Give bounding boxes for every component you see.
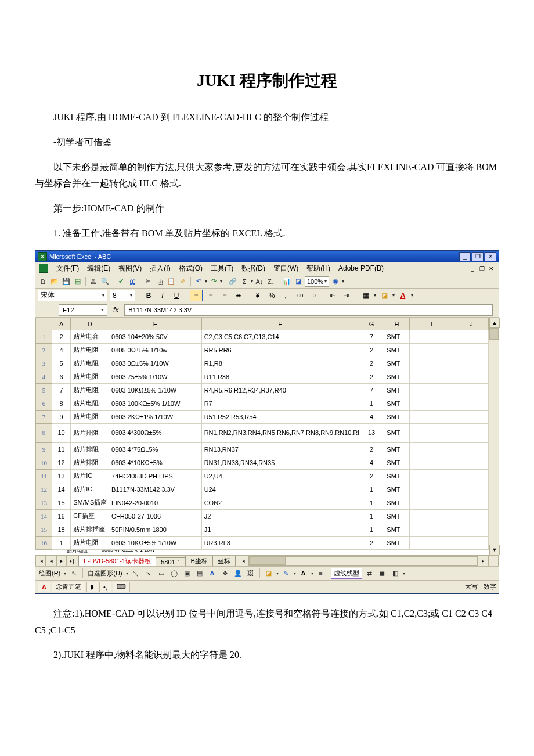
cell[interactable]: SMT: [384, 343, 410, 357]
decrease-indent-button[interactable]: ⇤: [327, 290, 338, 301]
oval-icon[interactable]: ◯: [169, 568, 179, 578]
select-objects-icon[interactable]: ↖: [68, 568, 79, 578]
cell[interactable]: [409, 383, 454, 397]
cell[interactable]: 0603 10KΩ±5% 1/10W: [109, 536, 202, 549]
cell[interactable]: 2: [359, 536, 384, 549]
cell[interactable]: SMT: [384, 397, 410, 410]
doc-minimize-button[interactable]: _: [468, 265, 477, 272]
cell[interactable]: [409, 370, 454, 383]
merge-center-button[interactable]: ⬌: [233, 290, 244, 301]
cell[interactable]: 0603 104±20% 50V: [109, 330, 202, 343]
copy-icon[interactable]: ⿻: [154, 276, 165, 287]
research-icon[interactable]: 🕮: [127, 276, 138, 287]
cell[interactable]: [454, 469, 488, 483]
row-header[interactable]: 14: [36, 509, 52, 523]
row-header[interactable]: 11: [36, 469, 52, 483]
cell[interactable]: J1: [201, 523, 359, 536]
cell[interactable]: [454, 370, 488, 383]
fill-color-button[interactable]: ◪: [378, 290, 390, 301]
scroll-right-icon[interactable]: ▸: [478, 556, 488, 566]
cell[interactable]: 1: [359, 523, 384, 536]
doc-restore-button[interactable]: ❐: [478, 265, 486, 272]
cell[interactable]: 13: [52, 469, 70, 483]
cell[interactable]: [454, 343, 488, 357]
cell[interactable]: 12: [52, 456, 70, 469]
borders-button[interactable]: ▦: [360, 290, 371, 301]
column-header[interactable]: I: [409, 318, 454, 330]
tab-last-icon[interactable]: ▸|: [67, 556, 77, 566]
sort-desc-icon[interactable]: Z↓: [266, 276, 276, 287]
percent-button[interactable]: %: [266, 290, 277, 301]
row-header[interactable]: 8: [36, 423, 52, 442]
cell[interactable]: SMT: [384, 509, 410, 523]
row-header[interactable]: 7: [36, 410, 52, 423]
decrease-decimal-button[interactable]: .0: [308, 290, 319, 301]
cell[interactable]: 贴片IC: [71, 469, 109, 483]
ime-half-full-icon[interactable]: ◗: [86, 582, 98, 592]
wordart-icon[interactable]: A: [207, 568, 218, 578]
cell[interactable]: 贴片电阻: [71, 410, 109, 423]
cell[interactable]: SMT: [384, 523, 410, 536]
line-style-icon[interactable]: ≡: [316, 568, 326, 578]
cell[interactable]: [409, 523, 454, 536]
cell[interactable]: [409, 483, 454, 496]
cell[interactable]: 2: [359, 442, 384, 456]
cell[interactable]: CON2: [201, 496, 359, 509]
cell[interactable]: [409, 357, 454, 370]
print-preview-icon[interactable]: 🔍: [100, 276, 110, 287]
cell[interactable]: CFH050-27-1006: [109, 509, 202, 523]
new-icon[interactable]: 🗋: [38, 276, 48, 287]
diagram-icon[interactable]: ❖: [220, 568, 230, 578]
line-color-icon[interactable]: ✎: [281, 568, 291, 578]
cell[interactable]: 1: [359, 509, 384, 523]
row-header[interactable]: 12: [36, 483, 52, 496]
cell[interactable]: 2: [359, 370, 384, 383]
cell[interactable]: 贴片排阻: [71, 442, 109, 456]
cell[interactable]: 贴片电容: [71, 330, 109, 343]
cell[interactable]: [454, 423, 488, 442]
formula-bar[interactable]: B1117N-33M142 3.3V: [124, 304, 493, 316]
cell[interactable]: [454, 383, 488, 397]
dash-style-palette[interactable]: 虚线线型: [331, 568, 362, 579]
row-header[interactable]: 16: [36, 536, 52, 549]
cell[interactable]: CF插座: [71, 509, 109, 523]
sort-asc-icon[interactable]: A↓: [254, 276, 265, 287]
cell[interactable]: SMT: [384, 330, 410, 343]
cell[interactable]: [454, 509, 488, 523]
column-header[interactable]: E: [109, 318, 202, 330]
cell[interactable]: RR5,RR6: [201, 343, 359, 357]
cell[interactable]: 74HC4053D PHILIPS: [109, 469, 202, 483]
sheet-tab[interactable]: 坐标: [212, 556, 236, 566]
column-header[interactable]: H: [384, 318, 410, 330]
cell[interactable]: [454, 410, 488, 423]
cut-icon[interactable]: ✂: [143, 276, 153, 287]
cell[interactable]: 0603 100KΩ±5% 1/10W: [109, 397, 202, 410]
cell[interactable]: 2: [359, 469, 384, 483]
cell[interactable]: SMT: [384, 357, 410, 370]
cell[interactable]: R7: [201, 397, 359, 410]
select-all-corner[interactable]: [36, 318, 52, 330]
chevron-down-icon[interactable]: ▾: [276, 571, 279, 576]
cell[interactable]: 贴片排阻: [71, 423, 109, 442]
cell[interactable]: [409, 330, 454, 343]
cell[interactable]: 2: [359, 343, 384, 357]
row-header[interactable]: 9: [36, 442, 52, 456]
fx-icon[interactable]: fx: [110, 306, 122, 314]
column-header[interactable]: A: [52, 318, 70, 330]
scroll-track[interactable]: [249, 556, 478, 566]
drawing-toolbar-icon[interactable]: ◪: [293, 276, 304, 287]
menu-window[interactable]: 窗口(W): [273, 264, 298, 273]
cell[interactable]: 8: [52, 397, 70, 410]
cell[interactable]: U24: [201, 483, 359, 496]
cell[interactable]: 16: [52, 509, 70, 523]
chevron-down-icon[interactable]: ▾: [411, 293, 413, 298]
toolbar-options-icon[interactable]: ▾: [342, 279, 344, 284]
cell[interactable]: SMT: [384, 483, 410, 496]
cell[interactable]: R1,R8: [201, 357, 359, 370]
tab-prev-icon[interactable]: ◂: [46, 556, 56, 566]
chevron-down-icon[interactable]: ▾: [126, 571, 128, 576]
menu-insert[interactable]: 插入(I): [150, 264, 170, 273]
row-header[interactable]: 10: [36, 456, 52, 469]
cell[interactable]: 7: [52, 383, 70, 397]
cell[interactable]: SMT: [384, 383, 410, 397]
